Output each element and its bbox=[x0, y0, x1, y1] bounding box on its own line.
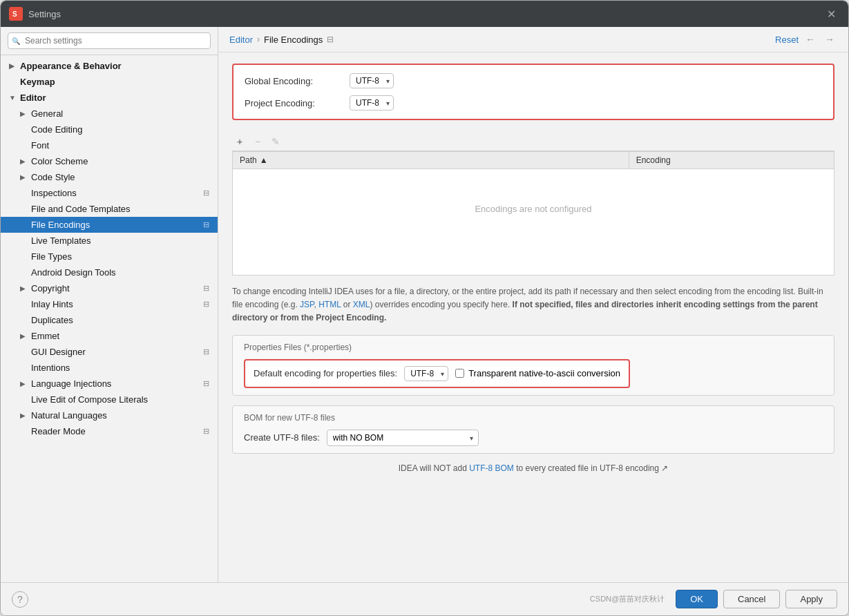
sidebar-item-label: Inspections bbox=[31, 188, 77, 198]
sidebar-item-file-types[interactable]: ▶ File Types bbox=[1, 249, 218, 264]
badge-icon: ⊟ bbox=[203, 379, 209, 388]
sidebar-item-label: Android Design Tools bbox=[31, 267, 116, 278]
watermark: CSDN@苗苗对庆秋计 bbox=[590, 594, 665, 604]
sidebar-item-natural-languages[interactable]: ▶ Natural Languages bbox=[1, 407, 218, 423]
reset-button[interactable]: Reset bbox=[775, 35, 799, 45]
sidebar-item-inspections[interactable]: ▶ Inspections ⊟ bbox=[1, 185, 218, 201]
dialog-title: Settings bbox=[28, 9, 817, 19]
sidebar-item-reader-mode[interactable]: ▶ Reader Mode ⊟ bbox=[1, 423, 218, 439]
badge-icon: ⊟ bbox=[203, 347, 209, 356]
encoding-settings-box: Global Encoding: UTF-8 Project Encoding:… bbox=[232, 64, 834, 120]
sidebar-item-code-editing[interactable]: ▶ Code Editing bbox=[1, 122, 218, 137]
chevron-right-icon: ▶ bbox=[20, 173, 28, 181]
global-encoding-select[interactable]: UTF-8 bbox=[350, 73, 394, 88]
sidebar-item-editor[interactable]: ▼ Editor bbox=[1, 90, 218, 106]
badge-icon: ⊟ bbox=[203, 427, 209, 436]
sidebar-item-keymap[interactable]: ▶ Keymap bbox=[1, 74, 218, 90]
sidebar-item-appearance[interactable]: ▶ Appearance & Behavior bbox=[1, 58, 218, 74]
breadcrumb-current: File Encodings bbox=[264, 35, 323, 45]
cancel-button[interactable]: Cancel bbox=[723, 590, 780, 608]
chevron-right-icon: ▶ bbox=[20, 380, 28, 387]
content-area: ▶ Appearance & Behavior ▶ Keymap ▼ Edito… bbox=[1, 27, 848, 582]
sidebar-item-label: Color Scheme bbox=[31, 156, 88, 166]
default-encoding-row: Default encoding for properties files: U… bbox=[254, 366, 620, 381]
properties-encoding-select[interactable]: UTF-8 bbox=[404, 366, 448, 381]
info-text-block: To change encoding IntelliJ IDEA uses fo… bbox=[232, 285, 834, 325]
sidebar-item-label: Editor bbox=[20, 93, 46, 103]
chevron-right-icon: ▶ bbox=[9, 62, 17, 70]
nav-back-button[interactable]: ← bbox=[803, 32, 818, 46]
xml-link[interactable]: XML bbox=[353, 300, 370, 309]
sidebar-item-duplicates[interactable]: ▶ Duplicates bbox=[1, 312, 218, 328]
transparent-checkbox-wrapper[interactable]: Transparent native-to-ascii conversion bbox=[455, 368, 620, 378]
html-link[interactable]: HTML bbox=[318, 300, 341, 309]
sidebar-item-label: Code Editing bbox=[31, 124, 82, 135]
topbar: Editor › File Encodings ⊟ Reset ← → bbox=[218, 27, 848, 52]
sidebar-item-label: Inlay Hints bbox=[31, 299, 73, 309]
chevron-right-icon: ▶ bbox=[20, 157, 28, 165]
badge-icon: ⊟ bbox=[203, 284, 209, 293]
sidebar-item-android[interactable]: ▶ Android Design Tools bbox=[1, 264, 218, 280]
sidebar-item-gui-designer[interactable]: ▶ GUI Designer ⊟ bbox=[1, 344, 218, 360]
sidebar-item-intentions[interactable]: ▶ Intentions bbox=[1, 360, 218, 376]
bom-section: BOM for new UTF-8 files Create UTF-8 fil… bbox=[232, 405, 834, 454]
sidebar-item-label: Duplicates bbox=[31, 315, 73, 325]
chevron-right-icon: ▶ bbox=[20, 412, 28, 419]
sidebar-item-label: Keymap bbox=[20, 77, 55, 87]
sidebar-item-general[interactable]: ▶ General bbox=[1, 106, 218, 122]
encoding-column-header: Encoding bbox=[629, 152, 834, 169]
breadcrumb: Editor › File Encodings ⊟ bbox=[229, 35, 771, 45]
nav-forward-button[interactable]: → bbox=[822, 32, 837, 46]
sidebar-item-label: Natural Languages bbox=[31, 410, 107, 421]
sidebar-item-file-encodings[interactable]: ▶ File Encodings ⊟ bbox=[1, 217, 218, 233]
sidebar-item-label: GUI Designer bbox=[31, 347, 86, 357]
close-button[interactable]: ✕ bbox=[823, 6, 840, 22]
sidebar-item-label: File Types bbox=[31, 251, 72, 262]
empty-message: Encodings are not configured bbox=[233, 169, 834, 249]
sidebar-item-font[interactable]: ▶ Font bbox=[1, 137, 218, 153]
breadcrumb-separator: › bbox=[257, 35, 260, 44]
edit-button[interactable]: ✎ bbox=[268, 134, 283, 149]
jsp-link[interactable]: JSP bbox=[300, 300, 314, 309]
chevron-right-icon: ▶ bbox=[20, 110, 28, 117]
search-input[interactable] bbox=[8, 32, 211, 49]
add-button[interactable]: + bbox=[232, 134, 247, 149]
properties-encoding-select-wrapper: UTF-8 bbox=[404, 366, 448, 381]
sidebar-item-file-templates[interactable]: ▶ File and Code Templates bbox=[1, 201, 218, 217]
path-encoding-section: + − ✎ Path ▲ Encoding bbox=[232, 130, 834, 276]
search-wrapper bbox=[8, 32, 211, 49]
global-encoding-select-wrapper: UTF-8 bbox=[350, 73, 394, 88]
bom-select[interactable]: with NO BOM with BOM bbox=[327, 430, 479, 446]
search-area bbox=[1, 27, 218, 55]
sidebar-item-label: Language Injections bbox=[31, 378, 111, 389]
sidebar-item-live-templates[interactable]: ▶ Live Templates bbox=[1, 233, 218, 249]
project-encoding-label: Project Encoding: bbox=[245, 98, 341, 108]
sidebar-item-live-edit-compose[interactable]: ▶ Live Edit of Compose Literals bbox=[1, 392, 218, 407]
remove-button[interactable]: − bbox=[250, 134, 265, 149]
settings-dialog: S Settings ✕ ▶ Appearance & Behavior ▶ bbox=[0, 0, 849, 616]
utf8-bom-link[interactable]: UTF-8 BOM bbox=[469, 463, 514, 473]
sidebar: ▶ Appearance & Behavior ▶ Keymap ▼ Edito… bbox=[1, 27, 218, 582]
sidebar-item-code-style[interactable]: ▶ Code Style bbox=[1, 169, 218, 185]
bom-row: Create UTF-8 files: with NO BOM with BOM bbox=[244, 430, 823, 446]
chevron-down-icon: ▼ bbox=[9, 94, 17, 102]
table-body: Encodings are not configured bbox=[233, 169, 834, 249]
path-column-header: Path ▲ bbox=[233, 152, 629, 169]
project-encoding-select-wrapper: UTF-8 bbox=[350, 95, 394, 110]
sidebar-item-label: General bbox=[31, 108, 63, 119]
sidebar-item-color-scheme[interactable]: ▶ Color Scheme bbox=[1, 153, 218, 169]
sidebar-item-emmet[interactable]: ▶ Emmet bbox=[1, 328, 218, 344]
ok-button[interactable]: OK bbox=[676, 590, 718, 608]
table-header: Path ▲ Encoding bbox=[233, 152, 834, 169]
help-button[interactable]: ? bbox=[12, 591, 28, 608]
project-encoding-select[interactable]: UTF-8 bbox=[350, 95, 394, 110]
global-encoding-label: Global Encoding: bbox=[245, 76, 341, 86]
transparent-checkbox[interactable] bbox=[455, 369, 464, 378]
apply-button[interactable]: Apply bbox=[785, 590, 837, 608]
sidebar-item-inlay-hints[interactable]: ▶ Inlay Hints ⊟ bbox=[1, 296, 218, 312]
sidebar-item-language-injections[interactable]: ▶ Language Injections ⊟ bbox=[1, 376, 218, 392]
sidebar-item-copyright[interactable]: ▶ Copyright ⊟ bbox=[1, 280, 218, 296]
sidebar-item-label: File Encodings bbox=[31, 220, 90, 230]
default-encoding-label: Default encoding for properties files: bbox=[254, 368, 397, 378]
breadcrumb-editor[interactable]: Editor bbox=[229, 35, 253, 45]
